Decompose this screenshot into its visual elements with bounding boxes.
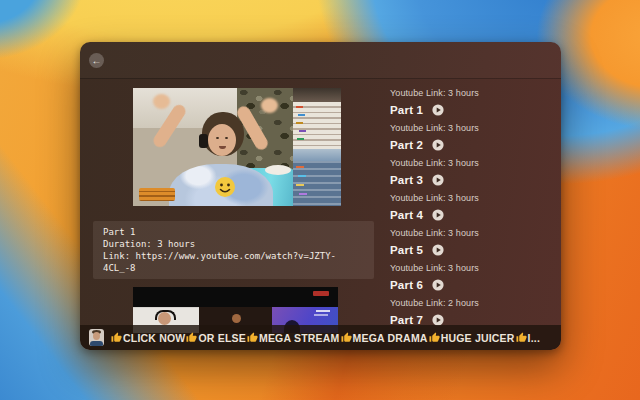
- playlist-item-meta: Youtube Link: 3 hours: [390, 88, 558, 98]
- back-icon: ←: [92, 55, 102, 66]
- playlist-item-row[interactable]: Part 3: [390, 173, 558, 186]
- smiley-logo: [214, 176, 236, 198]
- thumbs-up-icon: [186, 332, 197, 343]
- ticker-segment: CLICK NOW: [123, 332, 185, 344]
- stream-overlay-badge: [139, 188, 175, 201]
- video-info-title: Part 1: [103, 226, 364, 238]
- playlist-item: Youtube Link: 2 hours Part 7: [390, 298, 558, 326]
- playlist-item-meta: Youtube Link: 3 hours: [390, 263, 558, 273]
- play-icon[interactable]: [432, 209, 444, 221]
- playlist-item-row[interactable]: Part 4: [390, 208, 558, 221]
- play-icon[interactable]: [432, 174, 444, 186]
- video-info-link: Link: https://www.youtube.com/watch?v=JZ…: [103, 250, 364, 274]
- playlist: Youtube Link: 3 hours Part 1 Youtube Lin…: [390, 88, 558, 333]
- streamer-avatar: [89, 329, 104, 346]
- screen: ←: [0, 0, 640, 400]
- playlist-item-label: Part 5: [390, 244, 423, 256]
- ticker-bar: CLICK NOWOR ELSEMEGA STREAMMEGA DRAMAHUG…: [80, 325, 561, 350]
- playlist-item-row[interactable]: Part 2: [390, 138, 558, 151]
- playlist-item: Youtube Link: 3 hours Part 6: [390, 263, 558, 291]
- streamer-right-hand: [261, 98, 278, 113]
- play-icon[interactable]: [432, 139, 444, 151]
- streamer-left-hand: [153, 94, 170, 109]
- thumbs-up-icon: [247, 332, 258, 343]
- ticker-segment: MEGA STREAM: [259, 332, 340, 344]
- window-header: ←: [80, 42, 561, 79]
- playlist-item: Youtube Link: 3 hours Part 4: [390, 193, 558, 221]
- ticker-text: CLICK NOWOR ELSEMEGA STREAMMEGA DRAMAHUG…: [110, 332, 540, 344]
- back-button[interactable]: ←: [89, 53, 104, 68]
- playlist-item-meta: Youtube Link: 3 hours: [390, 193, 558, 203]
- live-badge: [313, 291, 329, 296]
- app-window: ←: [80, 42, 561, 350]
- streamer-headphones: [199, 134, 208, 148]
- ticker-segment: OR ELSE: [198, 332, 246, 344]
- play-icon[interactable]: [432, 314, 444, 326]
- playlist-item: Youtube Link: 3 hours Part 3: [390, 158, 558, 186]
- play-icon[interactable]: [432, 244, 444, 256]
- playlist-item-label: Part 7: [390, 314, 423, 326]
- ticker-segment: MEGA DRAMA: [353, 332, 428, 344]
- playlist-item-row[interactable]: Part 1: [390, 103, 558, 116]
- play-icon[interactable]: [432, 104, 444, 116]
- thumbs-up-icon: [341, 332, 352, 343]
- thumbs-up-icon: [516, 332, 527, 343]
- playlist-item-meta: Youtube Link: 3 hours: [390, 123, 558, 133]
- streamer-face: [208, 124, 236, 156]
- playlist-item-label: Part 4: [390, 209, 423, 221]
- playlist-item-label: Part 2: [390, 139, 423, 151]
- video-info-box: Part 1 Duration: 3 hours Link: https://w…: [93, 221, 374, 279]
- play-icon[interactable]: [432, 279, 444, 291]
- playlist-item-label: Part 6: [390, 279, 423, 291]
- thumbs-up-icon: [111, 332, 122, 343]
- playlist-item: Youtube Link: 3 hours Part 1: [390, 88, 558, 116]
- ticker-segment: HUGE JUICER: [441, 332, 515, 344]
- playlist-item: Youtube Link: 3 hours Part 5: [390, 228, 558, 256]
- playlist-item-label: Part 1: [390, 104, 423, 116]
- playlist-item: Youtube Link: 3 hours Part 2: [390, 123, 558, 151]
- playlist-item-meta: Youtube Link: 3 hours: [390, 158, 558, 168]
- playlist-item-label: Part 3: [390, 174, 423, 186]
- playlist-item-row[interactable]: Part 6: [390, 278, 558, 291]
- playlist-item-row[interactable]: Part 5: [390, 243, 558, 256]
- stream-chat-column: [293, 88, 341, 206]
- playlist-item-meta: Youtube Link: 2 hours: [390, 298, 558, 308]
- thumbs-up-icon: [429, 332, 440, 343]
- main-video-thumbnail[interactable]: [133, 88, 341, 206]
- playlist-item-meta: Youtube Link: 3 hours: [390, 228, 558, 238]
- video-info-duration: Duration: 3 hours: [103, 238, 364, 250]
- ticker-segment: I...: [528, 332, 540, 344]
